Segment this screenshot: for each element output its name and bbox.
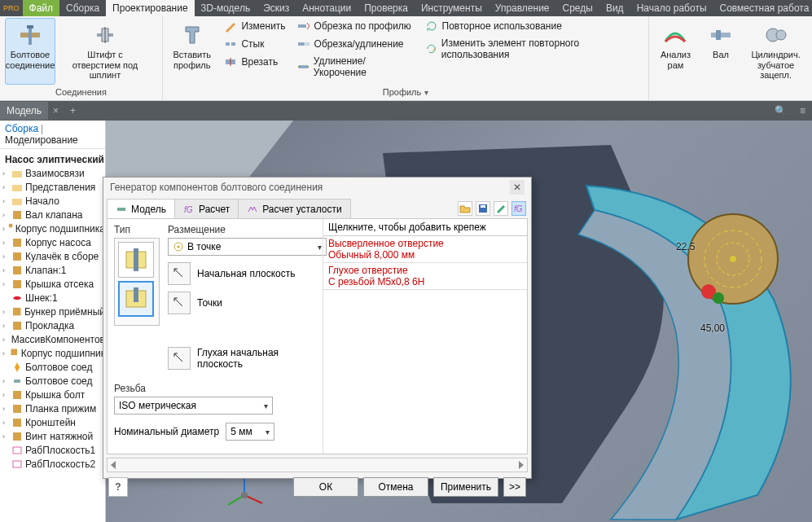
group-profile-label[interactable]: Профиль [168,86,643,99]
pick-points-button[interactable] [168,292,191,314]
tree-item[interactable]: ›Крышка отсека [2,277,105,291]
tree-item[interactable]: ›Болтовое соед [2,374,105,388]
cut-button[interactable]: Врезать [221,54,288,70]
doc-tab-model[interactable]: Модель [0,102,48,120]
fx-icon[interactable]: fG [511,201,526,216]
placement-combo[interactable]: В точке ▾ [168,238,327,256]
tree-item[interactable]: ›Начало [2,194,105,208]
svg-rect-27 [13,280,21,288]
tree-item[interactable]: ›Планка прижим [2,401,105,415]
tree-item[interactable]: Болтовое соед [2,360,105,374]
trim-extend-icon [297,37,310,50]
type-group [114,238,160,326]
dialog-tab-model[interactable]: Модель [107,199,175,218]
tab-collab[interactable]: Совместная работа [713,0,812,16]
tree-item[interactable]: ›МассивКомпонентов [2,332,105,346]
tab-manage[interactable]: Управление [489,0,556,16]
tab-design[interactable]: Проектирование [106,0,195,16]
pick-start-plane-button[interactable] [168,262,191,285]
tree-item[interactable]: ›Кулачёк в сборе [2,249,105,263]
ribbon: Болтовое соединение Штифт с отверстием п… [0,16,812,101]
chevron-down-icon: ▾ [318,243,322,252]
tree-item[interactable]: ›Вал клапана [2,208,105,222]
tree-item[interactable]: ›Крышка болт [2,388,105,401]
dialog-expand-bar[interactable] [107,458,528,472]
expand-button[interactable]: >> [503,477,526,497]
tree-item[interactable]: ›Корпус подшипник [2,346,105,360]
tree-item[interactable]: ›Кронштейн [2,415,105,429]
dialog-tab-fatigue[interactable]: Расчет усталости [238,199,350,218]
shaft-button[interactable]: Вал [702,18,740,85]
dimension-1: 22,5 [676,241,695,252]
close-icon[interactable]: ✕ [510,180,525,195]
apply-button[interactable]: Применить [433,477,498,497]
nominal-diameter-combo[interactable]: 5 мм ▾ [226,423,274,441]
tree-item[interactable]: ›Прокладка [2,318,105,332]
svg-rect-13 [299,65,307,68]
placement-label: Размещение [168,224,327,235]
tree-item[interactable]: ›Клапан:1 [2,263,105,277]
add-tab-button[interactable]: + [64,102,82,120]
tree-item[interactable]: ›Корпус насоса [2,235,105,249]
tree-item[interactable]: ›Бункер приёмный [2,305,105,318]
tab-view[interactable]: Вид [599,0,630,16]
insert-profile-button[interactable]: Вставить профиль [168,18,216,80]
tab-getstarted[interactable]: Начало работы [630,0,713,16]
tree-item[interactable]: ›Представления [2,180,105,194]
tab-3dmodel[interactable]: 3D-модель [195,0,257,16]
tree-item[interactable]: ›Корпус подшипника [2,222,105,235]
tab-annotations[interactable]: Аннотации [296,0,358,16]
open-icon[interactable] [458,201,472,216]
thread-combo[interactable]: ISO метрическая ▾ [114,397,273,415]
tree-item[interactable]: РабПлоскость2 [2,457,105,471]
cancel-button[interactable]: Отмена [363,477,428,497]
shaft-icon [708,22,734,48]
tree-item[interactable]: РабПлоскость1 [2,443,105,457]
tree-item[interactable]: ›Винт натяжной [2,429,105,443]
trim-profile-button[interactable]: Обрезка по профилю [294,18,417,34]
joint-icon [224,37,237,50]
frame-analysis-button[interactable]: Анализ рам [654,18,697,85]
tab-file[interactable]: Файл [23,0,60,16]
tree-root[interactable]: Насос элиптический в2 [2,152,105,166]
tab-inspect[interactable]: Проверка [358,0,415,16]
change-button[interactable]: Изменить [221,18,288,34]
trim-extend-button[interactable]: Обрезка/удлинение [294,36,417,52]
type-blind-button[interactable] [118,281,154,317]
save-icon[interactable] [476,201,490,216]
type-through-button[interactable] [118,242,154,278]
tab-tools[interactable]: Инструменты [415,0,489,16]
dialog-titlebar[interactable]: Генератор компонентов болтового соединен… [103,178,531,197]
mode-modeling[interactable]: Моделирование [5,134,78,146]
tab-menu-button[interactable]: ≡ [793,102,812,120]
svg-point-47 [713,292,724,304]
cotter-pin-button[interactable]: Штифт с отверстием под шплинт [60,18,150,85]
bolt-connection-button[interactable]: Болтовое соединение [5,18,55,85]
close-tab-button[interactable]: × [48,102,64,120]
cut-icon [224,55,237,68]
change-reuse-element-button[interactable]: Изменить элемент повторного использовани… [422,36,643,62]
joint-button[interactable]: Стык [221,36,288,52]
dialog-tab-calc[interactable]: fG Расчет [174,199,239,218]
options-icon[interactable] [494,201,508,216]
pick-blind-plane-button[interactable] [168,347,191,370]
tab-assembly[interactable]: Сборка [59,0,106,16]
tab-sketch[interactable]: Эскиз [257,0,296,16]
help-button[interactable]: ? [108,477,128,497]
gear-icon [763,22,789,48]
list-item[interactable]: Высверленное отверстие Обычный 8,000 мм [323,236,527,263]
reuse-icon [425,20,438,33]
lengthen-shorten-button[interactable]: Удлинение/Укорочение [294,54,417,80]
spur-gear-button[interactable]: Цилиндрич. зубчатое зацепл. [744,18,807,85]
list-header[interactable]: Щелкните, чтобы добавить крепеж [323,219,527,236]
list-item[interactable]: Глухое отверстие С резьбой М5x0,8 6H [323,263,527,290]
svg-point-63 [178,246,180,248]
mode-assembly[interactable]: Сборка [5,123,38,134]
tab-environments[interactable]: Среды [556,0,599,16]
tree-item[interactable]: ›Взаимосвязи [2,166,105,180]
tree-item[interactable]: Шнек:1 [2,291,105,305]
search-icon[interactable]: 🔍 [768,102,793,120]
dimension-2: 45,00 [700,322,725,334]
reuse-button[interactable]: Повторное использование [422,18,643,34]
ok-button[interactable]: ОК [293,477,358,497]
